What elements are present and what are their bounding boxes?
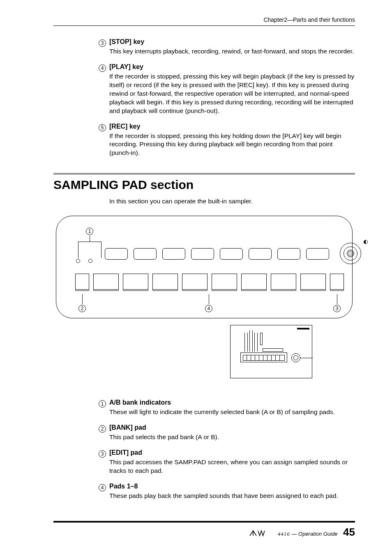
sampling-pad-diagram: 1 2 bbox=[56, 216, 353, 318]
item-marker: 3 bbox=[99, 449, 109, 475]
chapter-header: Chapter2—Parts and their functions bbox=[53, 16, 355, 26]
item-marker: 2 bbox=[99, 424, 109, 442]
item-desc: If the recorder is stopped, pressing thi… bbox=[109, 72, 355, 115]
item-desc: This pad accesses the SAMP.PAD screen, w… bbox=[109, 458, 355, 475]
model-number: 4416 bbox=[278, 531, 290, 537]
contrast-knob bbox=[340, 243, 361, 264]
small-button bbox=[306, 248, 329, 260]
item-marker: 5 bbox=[99, 123, 109, 158]
model-logo-icon bbox=[249, 530, 278, 537]
section-title: SAMPLING PAD section bbox=[53, 173, 355, 192]
bank-pad bbox=[75, 274, 89, 291]
small-button bbox=[191, 248, 214, 260]
item-marker: 1 bbox=[99, 399, 109, 417]
item-title-play: [PLAY] key bbox=[109, 63, 355, 71]
section-intro: In this section you can operate the buil… bbox=[109, 198, 355, 205]
sample-pad bbox=[93, 274, 119, 291]
guide-label: — Operation Guide bbox=[290, 531, 338, 537]
item-desc: These will light to indicate the current… bbox=[109, 408, 355, 417]
small-button bbox=[105, 248, 128, 260]
item-title-pads: Pads 1–8 bbox=[109, 483, 355, 490]
sample-pad bbox=[182, 274, 208, 291]
item-desc: This pad selects the pad bank (A or B). bbox=[109, 433, 355, 442]
item-desc: These pads play back the sampled sounds … bbox=[109, 492, 355, 500]
item-title-edit: [EDIT] pad bbox=[109, 449, 355, 456]
page-footer: 4416 — Operation Guide 45 bbox=[53, 521, 355, 539]
small-button bbox=[249, 248, 272, 260]
item-marker: 3 bbox=[99, 38, 109, 56]
callout-4: 4 bbox=[205, 305, 212, 312]
item-marker: 4 bbox=[99, 63, 109, 115]
item-title-indicators: A/B bank indicators bbox=[109, 399, 355, 406]
callout-1: 1 bbox=[86, 228, 93, 235]
small-button bbox=[277, 248, 300, 260]
item-desc: This key interrupts playback, recording,… bbox=[109, 47, 355, 56]
page-number: 45 bbox=[343, 526, 355, 538]
item-desc: If the recorder is stopped, pressing thi… bbox=[109, 132, 355, 158]
brand-mark bbox=[297, 328, 309, 329]
small-button bbox=[134, 248, 157, 260]
item-title-bank: [BANK] pad bbox=[109, 424, 355, 431]
sample-pad bbox=[271, 274, 296, 291]
item-title-stop: [STOP] key bbox=[109, 38, 355, 46]
sample-pad bbox=[212, 274, 237, 291]
bank-b-led bbox=[88, 259, 92, 263]
callout-3: 3 bbox=[333, 305, 341, 312]
item-title-rec: [REC] key bbox=[109, 123, 355, 130]
sample-pad bbox=[123, 274, 148, 291]
device-locator-diagram bbox=[230, 325, 312, 378]
callout-2: 2 bbox=[78, 305, 86, 312]
contrast-icon bbox=[364, 240, 368, 244]
sample-pad bbox=[300, 274, 326, 291]
edit-pad bbox=[330, 274, 344, 291]
small-button bbox=[162, 248, 185, 260]
locator-knob bbox=[291, 353, 300, 362]
bank-a-led bbox=[76, 259, 80, 263]
small-button bbox=[220, 248, 243, 260]
item-marker: 4 bbox=[99, 483, 109, 500]
sample-pad bbox=[152, 274, 178, 291]
sample-pad bbox=[241, 274, 267, 291]
